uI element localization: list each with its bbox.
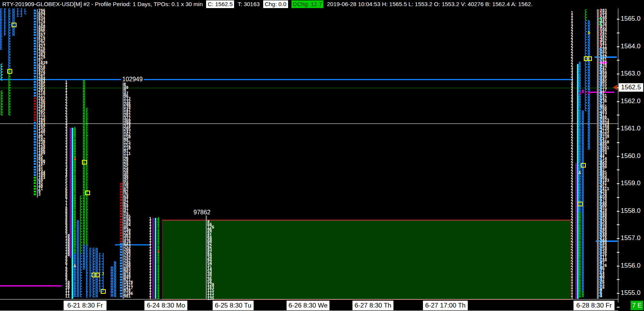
tpo-count-digits-6-28: 1 [571,297,573,299]
v-line [70,128,71,258]
trade-zone-box [162,220,571,300]
volume-dominance-mark [120,183,122,185]
last-trade-price-field: C: 1562.5 [206,0,234,8]
tpo-letter: B [582,90,584,93]
volume-dominance-mark [120,235,122,237]
volume-dominance-mark [34,193,36,195]
price-scale-tick [617,252,619,253]
volume-dominance-mark [120,240,122,242]
volume-dominance-mark [34,81,36,83]
volume-counts-6-25: 135 [207,297,214,300]
volume-dominance-mark [34,155,36,157]
tpo-letter: E [86,295,88,298]
change-field: Chg: 0.0 [263,0,288,8]
price-scale-tick [617,307,619,308]
tpo-letter: J [20,14,23,17]
tpo-highlight-box [587,56,592,61]
volume-dominance-mark [34,100,36,102]
volume-dominance-mark [120,251,122,253]
volume-counts-6-21: 981 [124,295,131,298]
volume-dominance-mark [34,125,36,127]
time-axis-session-label: 6-28 8:30 Fr [574,301,615,310]
tpo-letter: F [89,295,92,298]
volume-dominance-mark [34,89,36,91]
volume-dominance-mark [34,67,36,69]
tpo-highlight-box [7,69,12,74]
tpo-letter: A [74,295,76,298]
tpo-letter: B [582,295,584,298]
time-axis-session-label: 6-27 17:00 Th [423,301,468,310]
volume-dominance-mark [34,15,36,17]
tpo-letter: 1 [149,297,152,300]
volume-dominance-mark [34,40,36,42]
v-line [575,163,577,299]
tpo-letter: G [0,113,3,116]
volume-dominance-mark [34,29,36,31]
price-scale-label: 1563.0 [621,70,641,77]
tpo-highlight-box [82,160,87,165]
tpo-letter: C [585,109,587,112]
volume-dominance-mark [120,265,122,267]
daily-change-field: DChg: 12.7 [292,0,324,8]
volume-dominance-mark [34,23,36,25]
v-line [72,128,73,299]
price-scale-tick [617,156,619,157]
price-scale-label: 1555.0 [621,289,641,297]
volume-dominance-mark [34,138,36,140]
price-scale-label: 1558.0 [621,207,641,215]
price-scale-tick [617,46,619,47]
volume-dominance-mark [120,254,122,256]
volume-dominance-mark [34,114,36,116]
volume-dominance-mark [34,76,36,77]
tpo-letter: G [92,295,95,298]
volume-dominance-mark [34,136,36,138]
tpo-highlight-box [11,23,16,27]
volume-dominance-mark [34,150,36,151]
price-scale-tick [617,115,619,115]
volume-dominance-mark [34,174,36,176]
price-scale-label: 1562.0 [621,97,641,105]
price-scale-label: 1556.0 [621,262,641,270]
chart-bottom-border [0,299,618,299]
tpo-letter: F [4,33,7,36]
tpo-letter: A [157,297,160,300]
volume-dominance-mark [120,199,122,201]
volume-dominance-mark [120,257,122,259]
volume-dominance-mark [34,185,36,187]
price-scale-tick [617,238,619,239]
volume-dominance-mark [120,205,122,207]
volume-dominance-mark [120,290,122,291]
volume-dominance-mark [34,62,36,64]
volume-dominance-mark [120,227,122,229]
volume-dominance-mark [120,196,122,198]
volume-dominance-mark [120,279,122,281]
tpo-letter: H [12,33,15,36]
volume-dominance-mark [34,166,36,168]
trades-field: T: 30163 [238,0,260,8]
volume-dominance-mark [120,268,122,270]
price-scale-tick [617,101,619,102]
volume-dominance-mark [34,31,36,33]
session-info-field: 2019-06-28 10:04:53 H: 1565.5 L: 1553.2 … [327,0,533,8]
volume-dominance-mark [34,117,36,118]
chart-canvas[interactable]: EEEEEEEEEEEEEEEFFFFFFFFFFGGGGGGGGGGGGGGG… [0,8,644,311]
price-scale-tick [617,169,619,170]
volume-dominance-mark [34,158,36,160]
v-line [152,218,154,299]
volume-dominance-mark [34,56,36,58]
volume-dominance-mark [120,207,122,209]
volume-dominance-mark [120,295,122,297]
price-scale-tick [617,74,619,74]
time-axis-session-label: 6-26 8:30 We [287,301,329,310]
line-volume-label: 97862 [192,209,212,216]
price-scale-tick [617,142,619,143]
price-scale-tick [617,197,619,198]
volume-dominance-mark [34,26,36,28]
volume-dominance-mark [34,70,36,72]
volume-dominance-mark [120,293,122,295]
volume-dominance-mark [34,177,36,179]
time-axis-session-label: 6-21 8:30 Fr [64,301,107,310]
volume-dominance-mark [34,103,36,105]
tpo-letter: I [16,14,19,17]
price-scale-tick [617,266,619,267]
